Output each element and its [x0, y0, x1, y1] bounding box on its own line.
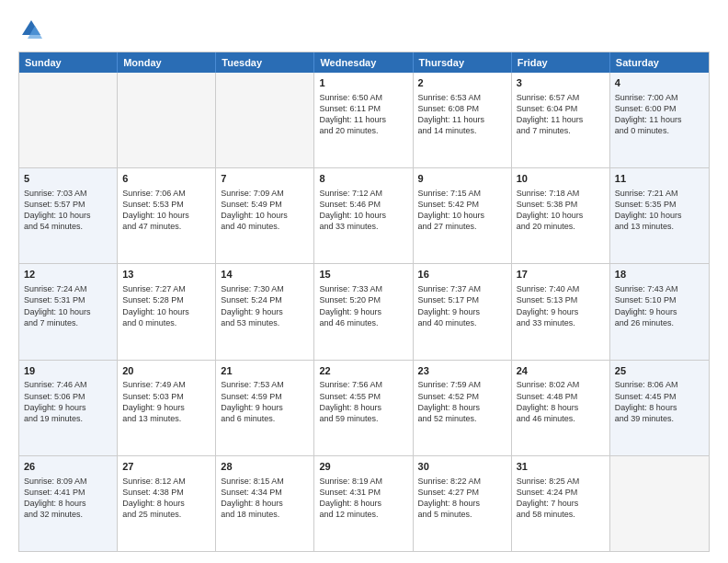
cell-line: Sunrise: 6:57 AM [517, 92, 605, 103]
header-day-tuesday: Tuesday [216, 52, 314, 73]
cell-line: Daylight: 10 hours [24, 210, 112, 221]
cell-line: Sunset: 6:04 PM [517, 103, 605, 114]
cell-line: Sunrise: 8:09 AM [24, 476, 112, 487]
cell-line: Sunrise: 7:00 AM [615, 92, 704, 103]
cell-line: Sunset: 6:11 PM [319, 103, 407, 114]
cell-line: Sunset: 5:53 PM [122, 199, 210, 210]
cell-line: Daylight: 8 hours [418, 498, 506, 509]
cell-line: Daylight: 8 hours [221, 498, 309, 509]
cell-line: and 14 minutes. [418, 125, 506, 136]
cell-line: Daylight: 9 hours [319, 306, 407, 317]
day-number: 23 [418, 364, 506, 378]
cell-line: Daylight: 8 hours [418, 402, 506, 413]
cell-line: Daylight: 9 hours [122, 402, 210, 413]
cell-line: and 19 minutes. [24, 413, 112, 424]
cell-line: Sunset: 5:28 PM [122, 294, 210, 305]
cell-line: and 33 minutes. [319, 221, 407, 232]
calendar-cell-w3d4: 15Sunrise: 7:33 AMSunset: 5:20 PMDayligh… [314, 264, 413, 359]
header-day-saturday: Saturday [610, 52, 709, 73]
header-day-monday: Monday [118, 52, 216, 73]
cell-line: and 20 minutes. [517, 221, 605, 232]
cell-line: Sunrise: 8:15 AM [221, 476, 309, 487]
cell-line: and 46 minutes. [517, 413, 605, 424]
calendar-cell-w1d4: 1Sunrise: 6:50 AMSunset: 6:11 PMDaylight… [314, 73, 413, 167]
cell-line: Sunrise: 8:12 AM [122, 476, 210, 487]
cell-line: Sunrise: 7:37 AM [418, 283, 506, 294]
cell-line: and 59 minutes. [319, 413, 407, 424]
cell-line: Sunset: 4:55 PM [319, 391, 407, 402]
cell-line: Daylight: 8 hours [319, 402, 407, 413]
day-number: 8 [319, 172, 407, 186]
cell-line: Sunset: 5:10 PM [615, 294, 704, 305]
cell-line: Sunrise: 6:53 AM [418, 92, 506, 103]
cell-line: Daylight: 11 hours [517, 114, 605, 125]
day-number: 1 [319, 76, 407, 90]
cell-line: and 40 minutes. [418, 317, 506, 328]
cell-line: Sunrise: 8:22 AM [418, 476, 506, 487]
calendar-cell-w5d7 [610, 456, 709, 551]
cell-line: and 39 minutes. [615, 413, 704, 424]
cell-line: and 0 minutes. [122, 317, 210, 328]
cell-line: and 54 minutes. [24, 221, 112, 232]
day-number: 11 [615, 172, 704, 186]
cell-line: and 18 minutes. [221, 509, 309, 520]
day-number: 3 [517, 76, 605, 90]
cell-line: Sunrise: 7:27 AM [122, 283, 210, 294]
cell-line: Daylight: 9 hours [24, 402, 112, 413]
cell-line: and 7 minutes. [517, 125, 605, 136]
calendar-cell-w3d3: 14Sunrise: 7:30 AMSunset: 5:24 PMDayligh… [216, 264, 314, 359]
day-number: 31 [517, 460, 605, 474]
calendar-cell-w2d2: 6Sunrise: 7:06 AMSunset: 5:53 PMDaylight… [118, 168, 216, 263]
calendar-cell-w5d6: 31Sunrise: 8:25 AMSunset: 4:24 PMDayligh… [512, 456, 610, 551]
calendar-cell-w1d1 [19, 73, 118, 167]
calendar: SundayMondayTuesdayWednesdayThursdayFrid… [18, 52, 710, 552]
cell-line: and 5 minutes. [418, 509, 506, 520]
day-number: 13 [122, 268, 210, 282]
calendar-cell-w4d5: 23Sunrise: 7:59 AMSunset: 4:52 PMDayligh… [414, 361, 512, 455]
cell-line: Sunset: 6:00 PM [615, 103, 704, 114]
day-number: 19 [24, 364, 112, 378]
day-number: 22 [319, 364, 407, 378]
calendar-cell-w4d7: 25Sunrise: 8:06 AMSunset: 4:45 PMDayligh… [610, 361, 709, 455]
cell-line: Sunset: 5:06 PM [24, 391, 112, 402]
day-number: 17 [517, 268, 605, 282]
calendar-week-1: 1Sunrise: 6:50 AMSunset: 6:11 PMDaylight… [19, 73, 709, 168]
day-number: 27 [122, 460, 210, 474]
day-number: 24 [517, 364, 605, 378]
cell-line: Sunrise: 7:12 AM [319, 188, 407, 199]
header-day-sunday: Sunday [19, 52, 118, 73]
calendar-cell-w2d4: 8Sunrise: 7:12 AMSunset: 5:46 PMDaylight… [314, 168, 413, 263]
cell-line: Daylight: 8 hours [122, 498, 210, 509]
cell-line: Sunset: 5:42 PM [418, 199, 506, 210]
cell-line: Sunrise: 7:46 AM [24, 379, 112, 390]
cell-line: Sunset: 5:38 PM [517, 199, 605, 210]
cell-line: Daylight: 7 hours [517, 498, 605, 509]
cell-line: and 26 minutes. [615, 317, 704, 328]
calendar-cell-w1d6: 3Sunrise: 6:57 AMSunset: 6:04 PMDaylight… [512, 73, 610, 167]
calendar-cell-w3d7: 18Sunrise: 7:43 AMSunset: 5:10 PMDayligh… [610, 264, 709, 359]
cell-line: and 27 minutes. [418, 221, 506, 232]
cell-line: Sunrise: 7:53 AM [221, 379, 309, 390]
cell-line: Sunrise: 7:43 AM [615, 283, 704, 294]
day-number: 15 [319, 268, 407, 282]
cell-line: and 40 minutes. [221, 221, 309, 232]
header-day-friday: Friday [512, 52, 610, 73]
calendar-cell-w2d3: 7Sunrise: 7:09 AMSunset: 5:49 PMDaylight… [216, 168, 314, 263]
cell-line: Daylight: 8 hours [615, 402, 704, 413]
cell-line: Daylight: 10 hours [418, 210, 506, 221]
cell-line: Sunrise: 7:06 AM [122, 188, 210, 199]
day-number: 29 [319, 460, 407, 474]
day-number: 30 [418, 460, 506, 474]
cell-line: Daylight: 8 hours [24, 498, 112, 509]
cell-line: Daylight: 10 hours [517, 210, 605, 221]
calendar-cell-w4d6: 24Sunrise: 8:02 AMSunset: 4:48 PMDayligh… [512, 361, 610, 455]
cell-line: Daylight: 10 hours [24, 306, 112, 317]
cell-line: and 53 minutes. [221, 317, 309, 328]
cell-line: Sunrise: 7:18 AM [517, 188, 605, 199]
calendar-header: SundayMondayTuesdayWednesdayThursdayFrid… [19, 52, 709, 73]
cell-line: Sunset: 5:35 PM [615, 199, 704, 210]
cell-line: Sunrise: 7:59 AM [418, 379, 506, 390]
cell-line: Sunrise: 7:56 AM [319, 379, 407, 390]
cell-line: and 13 minutes. [122, 413, 210, 424]
cell-line: Sunset: 4:48 PM [517, 391, 605, 402]
